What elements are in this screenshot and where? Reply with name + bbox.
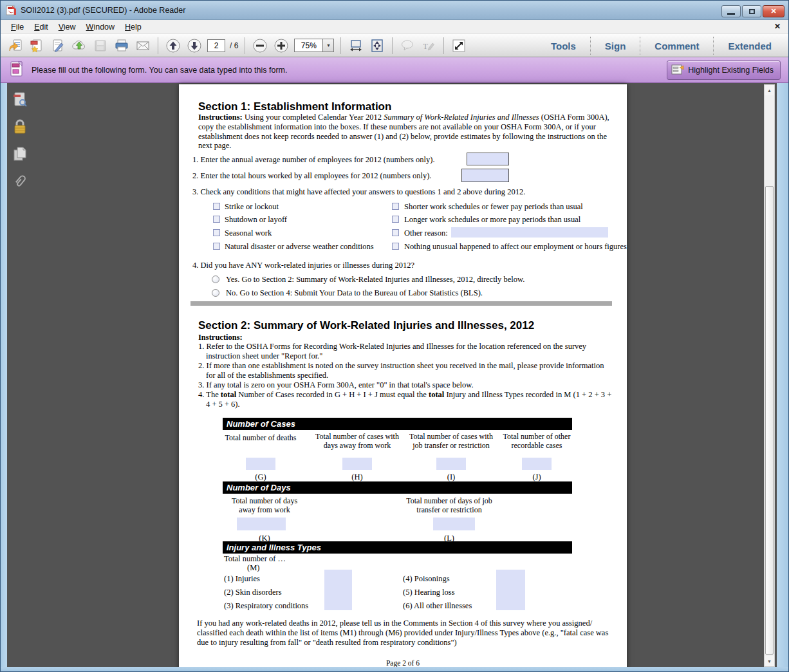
other-reason-checkbox[interactable]	[392, 229, 399, 236]
window-frame-bottom	[1, 667, 789, 672]
other-recordable-field[interactable]	[522, 458, 552, 470]
tab-comment[interactable]: Comment	[640, 41, 713, 51]
zoom-in-button[interactable]	[273, 37, 290, 55]
scroll-mode-button[interactable]	[348, 37, 364, 55]
email-button[interactable]	[135, 37, 151, 55]
deaths-total-field[interactable]	[246, 458, 275, 470]
tab-extended[interactable]: Extended	[714, 41, 786, 51]
section2-instruction-3: 3. If any total is zero on your OSHA For…	[198, 380, 613, 390]
open-file-button[interactable]	[7, 37, 24, 55]
scroll-up-button[interactable]: ▲	[765, 85, 774, 95]
deaths-column-header: Total number of deaths	[223, 433, 299, 442]
close-document-icon[interactable]: ✕	[774, 22, 781, 31]
close-button[interactable]: ✕	[763, 5, 784, 17]
fullscreen-button[interactable]	[450, 37, 467, 55]
hearing-loss-count-field[interactable]	[496, 583, 525, 597]
minimize-icon	[727, 13, 735, 15]
strike-lockout-checkbox[interactable]	[213, 203, 220, 210]
highlight-fields-button[interactable]: Highlight Existing Fields	[667, 61, 781, 80]
skin-disorders-item-label: (2) Skin disorders	[224, 588, 282, 597]
employees-count-field[interactable]	[467, 153, 509, 165]
days-transfer-column-header: Total number of days of job transfer or …	[398, 496, 501, 514]
days-transfer-total-field[interactable]	[433, 518, 475, 530]
menu-file[interactable]: File	[6, 21, 29, 33]
toolbar-tabs: Tools Sign Comment Extended	[537, 34, 786, 57]
shorter-schedules-label: Shorter work schedules or fewer pay peri…	[404, 202, 583, 212]
tab-sign[interactable]: Sign	[591, 41, 640, 51]
create-pdf-button[interactable]	[28, 37, 45, 55]
navigation-pane	[7, 83, 32, 667]
scroll-down-button[interactable]: ▼	[765, 656, 774, 666]
other-reason-field[interactable]	[451, 227, 608, 238]
sign-document-button[interactable]	[50, 37, 66, 55]
injuries-yes-radio[interactable]	[212, 275, 219, 283]
other-recordable-column-header: Total number of other recordable cases	[492, 432, 582, 450]
job-transfer-cases-field[interactable]	[436, 458, 466, 470]
highlight-fields-icon	[671, 64, 684, 77]
natural-disaster-checkbox[interactable]	[213, 243, 220, 250]
cloud-upload-button[interactable]	[71, 37, 88, 55]
save-button	[92, 37, 109, 55]
zoom-dropdown-icon[interactable]: ▼	[323, 39, 334, 52]
close-icon: ✕	[770, 7, 776, 15]
question2-label: 2. Enter the total hours worked by all e…	[192, 171, 431, 181]
longer-schedules-label: Longer work schedules or more pay period…	[404, 215, 580, 225]
section2-instruction-1: 1. Refer to the OSHA Forms for Recording…	[198, 342, 613, 361]
number-of-days-header: Number of Days	[223, 481, 572, 494]
svg-text:T: T	[423, 41, 428, 51]
menu-view[interactable]: View	[53, 21, 81, 33]
section2-instructions-label: Instructions:	[198, 333, 243, 342]
highlight-fields-label: Highlight Existing Fields	[688, 66, 774, 75]
poisonings-count-field[interactable]	[496, 570, 525, 583]
question3-label: 3. Check any conditions that might have …	[192, 187, 525, 197]
menu-window[interactable]: Window	[81, 21, 120, 33]
fit-page-button[interactable]	[369, 37, 385, 55]
form-message-bar: Please fill out the following form. You …	[1, 57, 789, 83]
pdf-page: Section 1: Establishment Information Ins…	[179, 84, 627, 672]
skin-disorders-count-field[interactable]	[324, 583, 352, 597]
days-away-cases-field[interactable]	[342, 458, 372, 470]
shorter-schedules-checkbox[interactable]	[392, 203, 399, 210]
title-bar: SOII2012 (3).pdf (SECURED) - Adobe Reade…	[1, 1, 789, 20]
injuries-count-field[interactable]	[324, 570, 352, 583]
pages-icon[interactable]	[12, 146, 28, 163]
window-frame-right	[777, 83, 789, 672]
injuries-no-radio[interactable]	[212, 289, 219, 297]
export-pdf-icon[interactable]	[12, 91, 28, 108]
section1-instructions: Instructions: Using your completed Calen…	[198, 113, 613, 151]
toolbar: / 6 75% ▼ T Tools Sign Comment Extended	[1, 34, 789, 57]
section2-instruction-2: 2. If more than one establishment is not…	[198, 361, 613, 380]
respiratory-item-label: (3) Respiratory conditions	[224, 601, 308, 611]
shutdown-layoff-label: Shutdown or layoff	[225, 215, 287, 225]
zoom-level-select[interactable]: 75% ▼	[294, 39, 334, 52]
section2-title: Section 2: Summary of Work-Related Injur…	[198, 319, 534, 332]
previous-page-button[interactable]	[165, 37, 181, 55]
zoom-out-button[interactable]	[252, 37, 268, 55]
seasonal-work-checkbox[interactable]	[213, 229, 220, 236]
natural-disaster-label: Natural disaster or adverse weather cond…	[225, 242, 374, 252]
restore-button[interactable]	[742, 5, 761, 17]
next-page-button[interactable]	[186, 37, 203, 55]
menu-help[interactable]: Help	[120, 21, 147, 33]
section1-title: Section 1: Establishment Information	[198, 100, 391, 113]
hearing-loss-item-label: (5) Hearing loss	[403, 588, 455, 597]
menu-edit[interactable]: Edit	[29, 21, 53, 33]
section-divider	[190, 301, 612, 306]
minimize-button[interactable]	[721, 5, 741, 17]
page-number-input[interactable]	[207, 39, 225, 52]
summary-table: Number of Cases Total number of deaths T…	[223, 418, 572, 612]
attachments-icon[interactable]	[12, 173, 28, 190]
vertical-scrollbar[interactable]: ▲ ▼	[764, 84, 775, 667]
adobe-reader-window: SOII2012 (3).pdf (SECURED) - Adobe Reade…	[0, 0, 789, 672]
tab-tools[interactable]: Tools	[537, 41, 590, 51]
nothing-unusual-checkbox[interactable]	[392, 243, 399, 250]
longer-schedules-checkbox[interactable]	[392, 216, 399, 223]
other-illnesses-count-field[interactable]	[496, 597, 525, 610]
scrollbar-thumb[interactable]	[765, 186, 774, 655]
respiratory-count-field[interactable]	[324, 597, 352, 610]
shutdown-layoff-checkbox[interactable]	[213, 216, 220, 223]
days-away-total-field[interactable]	[237, 518, 286, 530]
print-button[interactable]	[113, 37, 130, 55]
security-lock-icon[interactable]	[12, 118, 28, 135]
hours-worked-field[interactable]	[461, 169, 509, 182]
